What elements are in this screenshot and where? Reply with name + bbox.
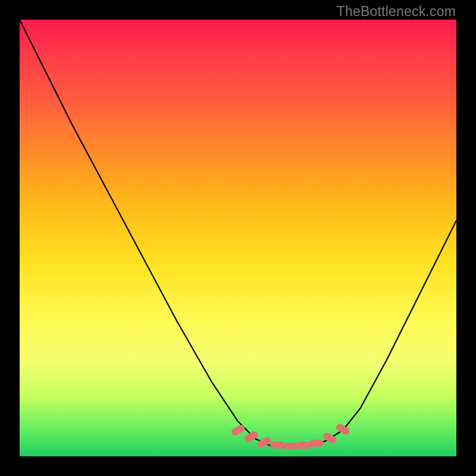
svg-rect-5 (296, 442, 311, 449)
watermark-text: TheBottleneck.com (337, 4, 456, 20)
svg-rect-2 (256, 436, 273, 449)
plot-area (20, 20, 456, 456)
svg-rect-1 (243, 430, 259, 443)
bottleneck-curve-layer (20, 20, 456, 456)
svg-rect-7 (322, 431, 338, 444)
curve-path (20, 20, 456, 447)
svg-rect-6 (309, 440, 324, 447)
svg-rect-0 (230, 424, 246, 437)
trough-markers (230, 422, 351, 450)
svg-rect-3 (270, 441, 284, 449)
svg-rect-4 (283, 443, 298, 450)
chart-frame: TheBottleneck.com (0, 0, 476, 476)
